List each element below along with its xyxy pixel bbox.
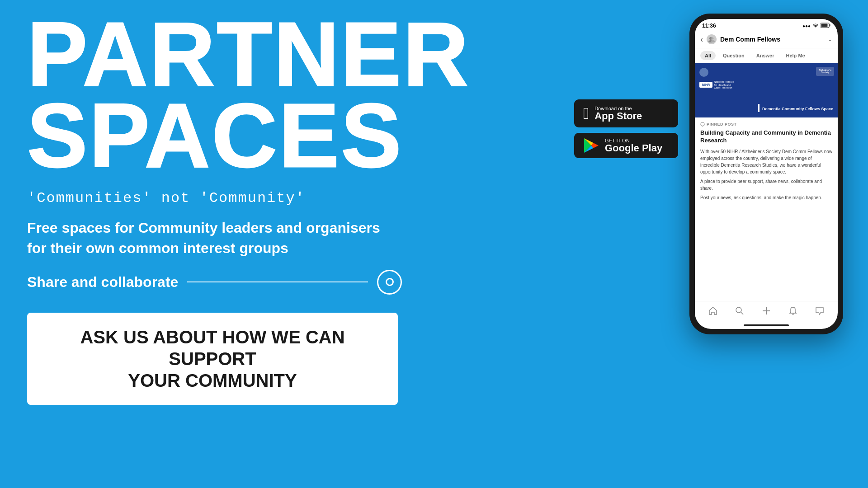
svg-rect-6 bbox=[821, 24, 828, 27]
phone-tabs: All Question Answer Help Me bbox=[695, 48, 838, 63]
svg-line-14 bbox=[741, 312, 743, 315]
cta-box: ASK US ABOUT HOW WE CAN SUPPORT YOUR COM… bbox=[27, 313, 398, 405]
alzheimer-text: Alzheimer's Society bbox=[816, 69, 834, 74]
nihr-subtitle: National Institute for Health and Care R… bbox=[714, 80, 736, 89]
phone-banner-title-text: Dementia Community Fellows Space bbox=[762, 107, 833, 111]
phone-header: ‹ Dem Comm Fellows ⌄ bbox=[695, 31, 838, 48]
phone-mockup: 11:36 ●●● ‹ bbox=[689, 14, 843, 334]
cta-text: ASK US ABOUT HOW WE CAN SUPPORT YOUR COM… bbox=[45, 326, 380, 391]
phone-post-body2: A place to provide peer support, share n… bbox=[700, 178, 832, 192]
phone-banner: NIHR National Institute for Health and C… bbox=[695, 63, 838, 117]
google-play-button[interactable]: GET IT ON Google Play bbox=[574, 133, 678, 158]
cta-line1: ASK US ABOUT HOW WE CAN SUPPORT bbox=[45, 326, 380, 370]
tab-all[interactable]: All bbox=[700, 51, 716, 60]
share-collaborate-label: Share and collaborate bbox=[27, 274, 178, 291]
phone-time: 11:36 bbox=[702, 23, 716, 29]
org-logo-circle bbox=[699, 68, 708, 77]
phone-post-title: Building Capacity and Community in Demen… bbox=[700, 129, 832, 145]
phone-status-bar: 11:36 ●●● bbox=[695, 19, 838, 31]
nav-chat-icon[interactable] bbox=[815, 306, 825, 318]
app-store-text: Download on the App Store bbox=[594, 106, 642, 121]
alzheimer-logo: Alzheimer's Society bbox=[816, 67, 834, 76]
svg-point-10 bbox=[711, 40, 715, 42]
nihr-logo-text: NIHR bbox=[699, 82, 712, 88]
svg-point-13 bbox=[736, 307, 741, 313]
phone-status-icons: ●●● bbox=[802, 23, 830, 29]
nav-plus-icon[interactable] bbox=[761, 306, 771, 318]
group-avatar bbox=[707, 34, 717, 44]
app-buttons-container:  Download on the App Store GET IT ON Go… bbox=[574, 99, 678, 158]
battery-icon bbox=[821, 23, 830, 29]
group-chevron-icon[interactable]: ⌄ bbox=[828, 36, 832, 42]
svg-point-8 bbox=[712, 38, 714, 40]
back-arrow-icon[interactable]: ‹ bbox=[700, 35, 703, 44]
main-title: PARTNER SPACES bbox=[27, 14, 434, 176]
nav-search-icon[interactable] bbox=[735, 306, 745, 318]
pin-icon bbox=[700, 122, 705, 127]
share-circle-inner bbox=[386, 278, 394, 286]
tab-question[interactable]: Question bbox=[718, 51, 749, 60]
share-collaborate-row: Share and collaborate bbox=[27, 270, 434, 295]
share-divider-line bbox=[187, 282, 368, 282]
subtitle-quote: 'Communities' not 'Community' bbox=[27, 190, 434, 206]
app-store-large-text: App Store bbox=[594, 111, 642, 121]
nav-home-icon[interactable] bbox=[708, 306, 718, 318]
phone-banner-logos: NIHR National Institute for Health and C… bbox=[699, 68, 736, 89]
phone-pinned-section: PINNED POST Building Capacity and Commun… bbox=[695, 117, 838, 301]
google-play-icon bbox=[583, 137, 599, 154]
svg-rect-5 bbox=[830, 24, 830, 27]
apple-icon:  bbox=[583, 104, 589, 123]
description-text: Free spaces for Community leaders and or… bbox=[27, 218, 402, 258]
left-content: PARTNER SPACES 'Communities' not 'Commun… bbox=[27, 14, 434, 405]
group-name-label: Dem Comm Fellows bbox=[720, 36, 824, 43]
cta-line2: YOUR COMMUNITY bbox=[45, 370, 380, 391]
google-play-large-text: Google Play bbox=[605, 143, 662, 153]
title-line2: SPACES bbox=[27, 95, 434, 176]
phone-post-body1: With over 50 NIHR / Alzheimer's Society … bbox=[700, 148, 832, 175]
phone-post-body3: Post your news, ask questions, and make … bbox=[700, 194, 832, 201]
wifi-icon bbox=[812, 23, 819, 28]
app-store-button[interactable]:  Download on the App Store bbox=[574, 99, 678, 127]
signal-icon: ●●● bbox=[802, 23, 811, 28]
svg-point-11 bbox=[701, 122, 704, 126]
tab-answer[interactable]: Answer bbox=[752, 51, 779, 60]
share-circle-icon bbox=[377, 270, 402, 295]
pinned-post-text: PINNED POST bbox=[707, 122, 737, 127]
nav-bell-icon[interactable] bbox=[788, 306, 798, 318]
tab-help-me[interactable]: Help Me bbox=[781, 51, 809, 60]
phone-home-bar bbox=[744, 324, 789, 326]
phone-banner-title-box: Dementia Community Fellows Space bbox=[758, 104, 833, 112]
title-line1: PARTNER bbox=[27, 14, 434, 95]
phone-screen: 11:36 ●●● ‹ bbox=[695, 19, 838, 329]
pinned-post-label: PINNED POST bbox=[700, 122, 832, 127]
phone-bottom-nav bbox=[695, 301, 838, 323]
google-play-text: GET IT ON Google Play bbox=[605, 138, 662, 153]
